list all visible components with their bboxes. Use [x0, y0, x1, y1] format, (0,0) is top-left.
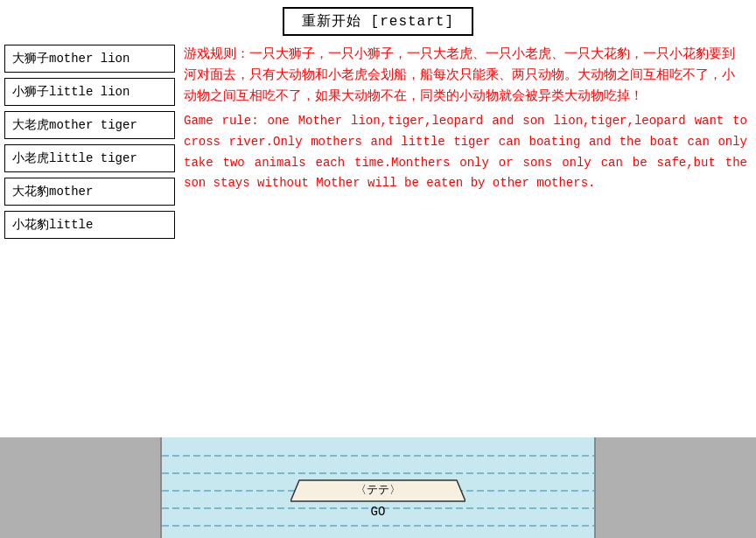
rules-english: Game rule: one Mother lion,tiger,leopard… — [184, 111, 747, 194]
river-area: 〈テテ〉 GO — [0, 437, 756, 538]
boat-body: 〈テテ〉 — [290, 479, 466, 503]
wave-line — [162, 472, 594, 474]
animal-list: 大狮子mother lion小狮子little lion大老虎mother ti… — [4, 43, 175, 384]
animal-item-small-lion[interactable]: 小狮子little lion — [4, 78, 175, 106]
rules-panel: 游戏规则：一只大狮子，一只小狮子，一只大老虎、一只小老虎、一只大花豹，一只小花豹… — [175, 43, 756, 384]
animal-item-small-leopard[interactable]: 小花豹little — [4, 211, 175, 239]
boat-go-label[interactable]: GO — [371, 505, 386, 519]
animal-item-small-tiger[interactable]: 小老虎little tiger — [4, 144, 175, 172]
rules-chinese: 游戏规则：一只大狮子，一只小狮子，一只大老虎、一只小老虎、一只大花豹，一只小花豹… — [184, 43, 747, 106]
boat-label: 〈テテ〉 — [355, 482, 401, 498]
river-water: 〈テテ〉 GO — [162, 437, 594, 538]
boat[interactable]: 〈テテ〉 GO — [290, 479, 466, 514]
restart-button[interactable]: 重新开始 [restart] — [283, 7, 473, 36]
animal-item-big-tiger[interactable]: 大老虎mother tiger — [4, 111, 175, 139]
wave-line — [162, 525, 594, 527]
animal-item-big-lion[interactable]: 大狮子mother lion — [4, 45, 175, 73]
left-bank — [0, 437, 162, 538]
animal-item-big-leopard[interactable]: 大花豹mother — [4, 178, 175, 206]
right-bank — [594, 437, 756, 538]
wave-line — [162, 455, 594, 457]
